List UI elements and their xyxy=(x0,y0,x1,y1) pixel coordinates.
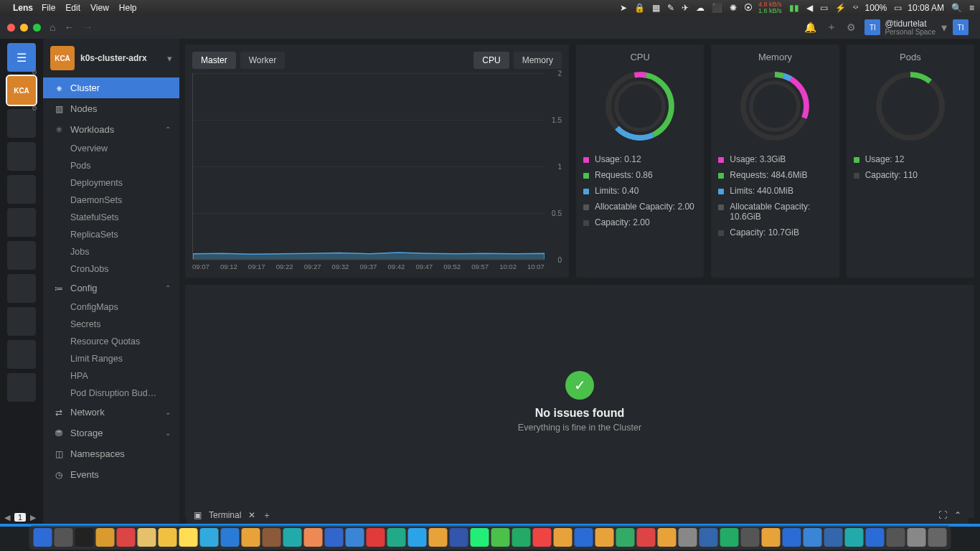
traffic-lights[interactable] xyxy=(7,24,41,32)
control-center-icon[interactable]: ≡ xyxy=(969,3,974,13)
empty-tile[interactable] xyxy=(7,208,36,237)
next-icon[interactable]: ▶ xyxy=(30,513,36,522)
empty-tile[interactable] xyxy=(7,241,36,270)
dock-app-icon[interactable] xyxy=(866,528,885,547)
empty-tile[interactable] xyxy=(7,340,36,369)
sidebar-sub-item[interactable]: Pod Disruption Bud… xyxy=(43,385,179,402)
cloud-icon[interactable]: ☁ xyxy=(696,3,705,13)
dock-app-icon[interactable] xyxy=(824,528,843,547)
menu-edit[interactable]: Edit xyxy=(65,3,80,13)
sidebar-item-nodes[interactable]: ▥Nodes xyxy=(43,98,179,119)
gear-icon[interactable]: ⚙ xyxy=(32,69,37,76)
sidebar-sub-overview[interactable]: Overview xyxy=(43,140,179,157)
dock-app-icon[interactable] xyxy=(908,528,926,547)
sidebar-sub-deployments[interactable]: Deployments xyxy=(43,174,179,192)
catalog-tile[interactable]: ☰ xyxy=(7,43,36,72)
dock-app-icon[interactable] xyxy=(75,528,94,547)
sidebar-sub-statefulsets[interactable]: StatefulSets xyxy=(43,209,179,226)
dock-app-icon[interactable] xyxy=(387,528,406,547)
dock-app-icon[interactable] xyxy=(658,528,677,547)
dock-app-icon[interactable] xyxy=(96,528,115,547)
sidebar-sub-replicasets[interactable]: ReplicaSets xyxy=(43,226,179,243)
cluster-tile[interactable]: KCA xyxy=(7,76,36,105)
location-icon[interactable]: ➤ xyxy=(620,3,627,13)
dock-app-icon[interactable] xyxy=(263,528,281,547)
menu-file[interactable]: File xyxy=(42,3,55,13)
avatar[interactable]: TI xyxy=(953,19,969,35)
dock-app-icon[interactable] xyxy=(804,528,822,547)
sidebar-item-events[interactable]: ◷Events xyxy=(43,464,179,485)
empty-tile[interactable] xyxy=(7,175,36,204)
tab-cpu[interactable]: CPU xyxy=(473,52,509,69)
chevron-up-icon[interactable]: ⌃ xyxy=(954,510,961,520)
expand-icon[interactable]: ⛶ xyxy=(938,510,947,520)
dock-app-icon[interactable] xyxy=(242,528,260,547)
dock-app-icon[interactable] xyxy=(450,528,468,547)
sidebar-sub-daemonsets[interactable]: DaemonSets xyxy=(43,192,179,209)
lock-icon[interactable]: 🔒 xyxy=(634,3,645,13)
tray-icon[interactable]: ⬛ xyxy=(712,3,722,13)
terminal-tab[interactable]: Terminal xyxy=(209,510,241,520)
tab-master[interactable]: Master xyxy=(192,52,236,69)
dock-app-icon[interactable] xyxy=(34,528,52,547)
dock-app-icon[interactable] xyxy=(845,528,864,547)
sidebar-sub-pods[interactable]: Pods xyxy=(43,157,179,174)
sidebar-sub-jobs[interactable]: Jobs xyxy=(43,243,179,260)
dock-app-icon[interactable] xyxy=(55,528,73,547)
gear-icon[interactable]: ✺ xyxy=(730,3,737,13)
sidebar-sub-item[interactable]: Resource Quotas xyxy=(43,333,179,350)
dock-app-icon[interactable] xyxy=(512,528,531,547)
dock-app-icon[interactable] xyxy=(367,528,385,547)
cluster-selector[interactable]: KCA k0s-cluster-adrx ▾ xyxy=(43,39,179,77)
sidebar-sub-item[interactable]: HPA xyxy=(43,367,179,385)
dock-app-icon[interactable] xyxy=(762,528,781,547)
sidebar-sub-item[interactable]: ConfigMaps xyxy=(43,298,179,316)
display-icon[interactable]: ▭ xyxy=(820,3,828,13)
tab-worker[interactable]: Worker xyxy=(240,52,285,69)
add-tab-icon[interactable]: ＋ xyxy=(263,509,271,522)
dock-app-icon[interactable] xyxy=(928,528,947,547)
empty-tile[interactable] xyxy=(7,109,36,138)
forward-icon[interactable]: → xyxy=(83,22,93,33)
sidebar-sub-cronjobs[interactable]: CronJobs xyxy=(43,260,179,278)
sidebar-item-config[interactable]: ≔Config⌃ xyxy=(43,278,179,298)
sidebar-item-namespaces[interactable]: ◫Namespaces xyxy=(43,443,179,464)
dock-app-icon[interactable] xyxy=(179,528,198,547)
wifi-icon[interactable]: ⌔ xyxy=(853,3,858,13)
dock-app-icon[interactable] xyxy=(471,528,489,547)
dock-app-icon[interactable] xyxy=(200,528,219,547)
dock-app-icon[interactable] xyxy=(616,528,635,547)
empty-tile[interactable] xyxy=(7,373,36,402)
home-icon[interactable]: ⌂ xyxy=(50,22,55,33)
dock-app-icon[interactable] xyxy=(699,528,718,547)
menu-help[interactable]: Help xyxy=(119,3,137,13)
volume-icon[interactable]: ◀ xyxy=(806,3,813,13)
sidebar-item-cluster[interactable]: ⎈Cluster xyxy=(43,77,179,98)
zoom-icon[interactable] xyxy=(33,24,41,32)
dock-app-icon[interactable] xyxy=(325,528,344,547)
empty-tile[interactable] xyxy=(7,307,36,336)
dock-app-icon[interactable] xyxy=(720,528,739,547)
dock-app-icon[interactable] xyxy=(117,528,136,547)
battery-bars-icon[interactable]: ▮▮ xyxy=(789,3,799,13)
tray-icon[interactable]: ▦ xyxy=(652,3,660,13)
sidebar-item-storage[interactable]: ⛃Storage⌄ xyxy=(43,423,179,443)
sidebar-sub-item[interactable]: Secrets xyxy=(43,316,179,333)
dock-app-icon[interactable] xyxy=(595,528,614,547)
close-icon[interactable] xyxy=(7,24,15,32)
dock-app-icon[interactable] xyxy=(304,528,323,547)
app-name[interactable]: Lens xyxy=(13,3,33,13)
dock-app-icon[interactable] xyxy=(408,528,427,547)
dock-app-icon[interactable] xyxy=(491,528,510,547)
dock-app-icon[interactable] xyxy=(138,528,156,547)
sidebar-sub-item[interactable]: Limit Ranges xyxy=(43,350,179,367)
power-icon[interactable]: ⦿ xyxy=(744,3,753,13)
dock-app-icon[interactable] xyxy=(887,528,905,547)
dock-app-icon[interactable] xyxy=(221,528,240,547)
back-icon[interactable]: ← xyxy=(64,22,74,33)
dock-app-icon[interactable] xyxy=(346,528,364,547)
dock-app-icon[interactable] xyxy=(159,528,177,547)
dock-app-icon[interactable] xyxy=(283,528,302,547)
empty-tile[interactable] xyxy=(7,142,36,171)
tab-memory[interactable]: Memory xyxy=(514,52,562,69)
